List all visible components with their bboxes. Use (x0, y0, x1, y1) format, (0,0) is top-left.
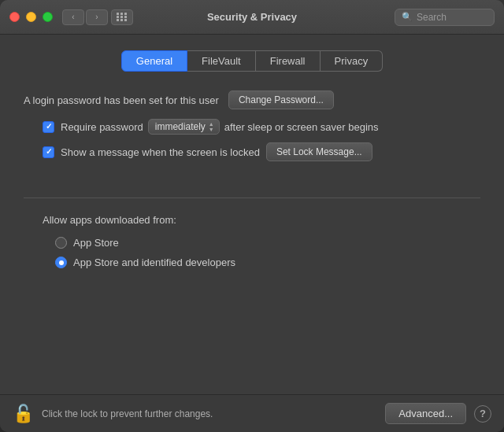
checkmark-icon-2: ✓ (46, 148, 52, 156)
maximize-button[interactable] (43, 12, 53, 22)
forward-button[interactable]: › (86, 9, 108, 25)
tab-firewall[interactable]: Firewall (256, 50, 321, 72)
change-password-button[interactable]: Change Password... (228, 90, 334, 109)
radio-app-store-identified-label: App Store and identified developers (73, 257, 235, 268)
login-password-text: A login password has been set for this u… (24, 94, 219, 106)
require-password-checkbox[interactable]: ✓ (43, 121, 54, 133)
tab-privacy[interactable]: Privacy (321, 50, 384, 72)
search-input[interactable] (417, 12, 487, 23)
radio-selected-dot (59, 260, 64, 265)
radio-app-store-row: App Store (24, 237, 480, 249)
login-password-section: A login password has been set for this u… (24, 90, 480, 169)
grid-icon (117, 13, 128, 21)
show-message-row: ✓ Show a message when the screen is lock… (24, 142, 480, 161)
show-message-checkbox[interactable]: ✓ (43, 146, 54, 158)
dropdown-arrows-icon: ▲ ▼ (209, 121, 214, 132)
immediately-dropdown[interactable]: immediately ▲ ▼ (148, 119, 220, 135)
close-button[interactable] (9, 12, 20, 22)
minimize-button[interactable] (26, 12, 36, 22)
immediately-value: immediately (155, 121, 206, 132)
bottombar: 🔓 Click the lock to prevent further chan… (0, 394, 504, 432)
checkmark-icon: ✓ (46, 123, 52, 131)
after-sleep-label: after sleep or screen saver begins (224, 121, 379, 133)
require-password-label: Require password (61, 121, 143, 133)
radio-app-store[interactable] (55, 237, 67, 249)
help-button[interactable]: ? (474, 405, 491, 423)
lock-icon[interactable]: 🔓 (13, 404, 34, 424)
search-icon: 🔍 (402, 12, 413, 22)
radio-app-store-identified[interactable] (55, 257, 67, 268)
show-message-label: Show a message when the screen is locked (61, 146, 260, 158)
back-button[interactable]: ‹ (62, 9, 84, 25)
nav-buttons: ‹ › (62, 9, 108, 25)
radio-app-store-label: App Store (73, 237, 119, 249)
content-area: General FileVault Firewall Privacy A log… (0, 35, 504, 394)
lock-text: Click the lock to prevent further change… (42, 408, 385, 419)
grid-menu-button[interactable] (111, 9, 133, 25)
traffic-lights (9, 12, 53, 22)
advanced-button[interactable]: Advanced... (385, 403, 466, 424)
tabs: General FileVault Firewall Privacy (24, 50, 480, 72)
set-lock-message-button[interactable]: Set Lock Message... (266, 142, 372, 161)
require-password-row: ✓ Require password immediately ▲ ▼ after… (24, 119, 480, 135)
allow-apps-section: Allow apps downloaded from: App Store Ap… (24, 214, 480, 276)
login-password-row: A login password has been set for this u… (24, 90, 480, 109)
search-box[interactable]: 🔍 (395, 9, 495, 26)
section-divider (24, 198, 480, 198)
window: ‹ › Security & Privacy 🔍 General FileVau… (0, 0, 504, 432)
titlebar: ‹ › Security & Privacy 🔍 (0, 0, 504, 35)
tab-filevault[interactable]: FileVault (187, 50, 256, 72)
tab-general[interactable]: General (121, 50, 187, 72)
window-title: Security & Privacy (207, 11, 297, 23)
radio-app-store-identified-row: App Store and identified developers (24, 257, 480, 268)
allow-apps-label: Allow apps downloaded from: (24, 214, 480, 226)
